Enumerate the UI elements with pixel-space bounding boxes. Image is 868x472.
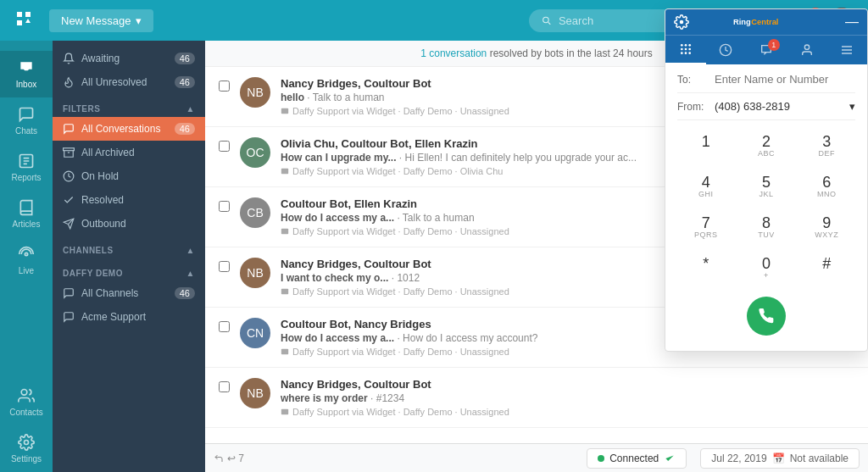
connected-label: Connected: [609, 453, 659, 464]
svg-point-19: [680, 20, 684, 25]
outbound-icon: [63, 218, 75, 230]
from-value[interactable]: (408) 638-2819 ▾: [715, 100, 855, 113]
nav-label-inbox: Inbox: [16, 80, 36, 89]
call-button[interactable]: [747, 297, 786, 336]
svg-rect-17: [281, 349, 288, 355]
dialpad-header: Ring Central —: [665, 9, 867, 35]
sidebar-item-all-conversations[interactable]: All Conversations 46: [53, 117, 205, 141]
to-field-row: To:: [677, 73, 855, 86]
dialpad-tabs: 1: [665, 35, 867, 64]
key-hash[interactable]: #: [798, 249, 855, 286]
key-3[interactable]: 3DEF: [798, 127, 855, 164]
sidebar-item-all-archived[interactable]: All Archived: [53, 141, 205, 164]
svg-point-4: [25, 253, 27, 255]
dialpad-tab-contacts[interactable]: [787, 36, 827, 64]
dialpad-settings-icon[interactable]: [674, 14, 689, 30]
nav-item-articles[interactable]: Articles: [0, 191, 53, 237]
sidebar: IMPORTANT ▲ Me 2 Awaiting 46 All Unresol…: [53, 0, 205, 472]
table-row[interactable]: NB Nancy Bridges, Coultour Bot where is …: [205, 368, 868, 428]
dialpad-panel: Ring Central —: [665, 8, 868, 352]
svg-point-24: [688, 44, 691, 47]
sidebar-item-all-channels[interactable]: All Channels 46: [53, 281, 205, 305]
svg-rect-8: [64, 148, 75, 151]
nav-item-settings[interactable]: Settings: [0, 425, 53, 472]
key-9[interactable]: 9WXYZ: [798, 208, 855, 246]
nav-label-settings: Settings: [11, 454, 42, 464]
conversation-checkbox[interactable]: [219, 321, 230, 332]
key-2[interactable]: 2ABC: [737, 127, 794, 164]
avatar: NB: [240, 258, 270, 288]
to-input[interactable]: [715, 73, 857, 86]
key-6[interactable]: 6MNO: [798, 168, 855, 205]
sidebar-item-outbound[interactable]: Outbound: [53, 212, 205, 236]
svg-point-22: [681, 44, 683, 47]
not-available-label: Not available: [790, 453, 849, 464]
nav-item-chats[interactable]: Chats: [0, 97, 53, 144]
key-8[interactable]: 8TUV: [737, 208, 794, 246]
date-label: Jul 22, 2019: [711, 453, 766, 464]
chats-icon: [18, 106, 35, 123]
sidebar-item-awaiting[interactable]: Awaiting 46: [53, 47, 205, 70]
dialpad-tab-keypad[interactable]: [665, 36, 706, 64]
nav-item-contacts[interactable]: Contacts: [0, 379, 53, 425]
conversation-meta: Daffy Support via Widget · Daffy Demo · …: [281, 407, 854, 417]
nav-item-inbox[interactable]: Inbox: [0, 51, 53, 97]
not-available-status[interactable]: Jul 22, 2019 📅 Not available: [700, 448, 860, 469]
svg-point-28: [681, 52, 683, 54]
contacts-tab-icon: [800, 43, 814, 57]
nav-item-live[interactable]: Live: [0, 237, 53, 284]
dialpad-keys: 1 2ABC 3DEF 4GHI 5JKL 6MNO 7PQRS 8TUV 9W…: [677, 127, 855, 286]
key-7[interactable]: 7PQRS: [677, 208, 734, 246]
archive-icon: [63, 147, 75, 158]
sidebar-item-resolved[interactable]: Resolved: [53, 188, 205, 212]
left-navigation: Inbox Chats Reports Articles Live: [0, 0, 53, 472]
to-label: To:: [677, 74, 715, 86]
dialpad-tab-recents[interactable]: [706, 36, 747, 64]
svg-rect-15: [281, 229, 288, 235]
widget-icon: [281, 107, 289, 115]
svg-point-26: [684, 48, 687, 51]
key-1[interactable]: 1: [677, 127, 734, 164]
conversation-checkbox[interactable]: [219, 81, 230, 92]
nav-item-reports[interactable]: Reports: [0, 144, 53, 191]
nav-label-live: Live: [19, 266, 34, 275]
key-5[interactable]: 5JKL: [737, 168, 794, 205]
conversation-count-link[interactable]: 1 conversation: [420, 47, 487, 59]
svg-rect-13: [281, 108, 288, 114]
nav-label-chats: Chats: [15, 126, 37, 136]
key-0[interactable]: 0+: [737, 249, 794, 286]
widget-icon: [281, 167, 289, 175]
connected-status[interactable]: Connected: [587, 448, 687, 469]
conversation-checkbox[interactable]: [219, 141, 230, 152]
conversation-checkbox[interactable]: [219, 201, 230, 212]
dialpad-minimize-button[interactable]: —: [845, 14, 859, 30]
menu-icon: [840, 43, 854, 57]
rc-logo-svg: Ring Central: [733, 14, 801, 30]
key-4[interactable]: 4GHI: [677, 168, 734, 205]
conversation-content: Nancy Bridges, Coultour Bot where is my …: [281, 378, 854, 417]
conversation-checkbox[interactable]: [219, 381, 230, 392]
dialpad-tab-sms[interactable]: 1: [746, 36, 787, 64]
widget-icon: [281, 347, 289, 356]
widget-icon: [281, 287, 289, 296]
widget-icon: [281, 227, 289, 236]
from-label: From:: [677, 101, 715, 113]
conversation-preview: where is my order · #1234: [281, 392, 854, 404]
conversation-checkbox[interactable]: [219, 261, 230, 272]
from-field-row: From: (408) 638-2819 ▾: [677, 100, 855, 113]
key-star[interactable]: *: [677, 249, 734, 286]
sidebar-item-acme-support[interactable]: Acme Support: [53, 305, 205, 329]
sms-badge: 1: [768, 39, 780, 51]
avatar: NB: [240, 378, 270, 408]
avatar: OC: [240, 137, 270, 168]
sidebar-item-all-unresolved[interactable]: All Unresolved 46: [53, 70, 205, 94]
new-message-button[interactable]: New Message ▾: [49, 9, 153, 32]
calendar-icon: 📅: [772, 453, 785, 464]
clock-tab-icon: [719, 43, 732, 57]
conversations-icon: [63, 123, 75, 135]
sidebar-item-on-hold[interactable]: On Hold: [53, 164, 205, 188]
search-icon: [541, 14, 552, 26]
chevron-down-icon: ▾: [849, 100, 855, 113]
daffy-demo-section-header: DAFFY DEMO ▲: [53, 258, 205, 281]
dialpad-tab-menu[interactable]: [826, 36, 867, 64]
